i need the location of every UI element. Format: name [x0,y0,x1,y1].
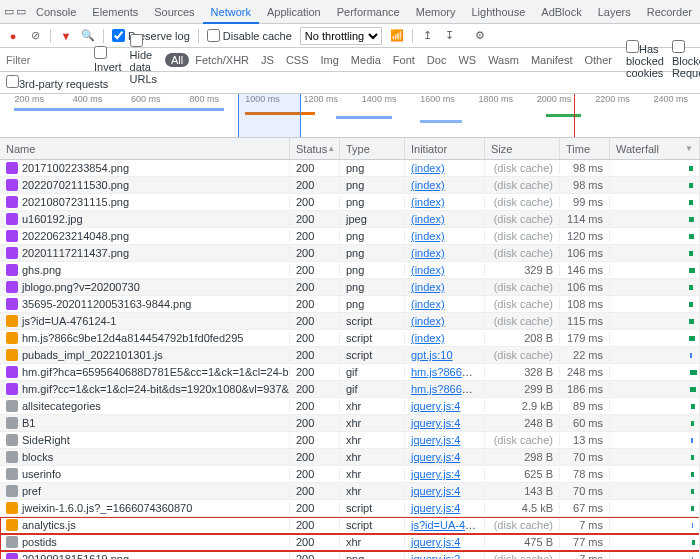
col-name[interactable]: Name [0,138,290,159]
col-initiator[interactable]: Initiator [405,138,485,159]
col-waterfall[interactable]: Waterfall▼ [610,138,700,159]
third-party-checkbox[interactable]: 3rd-party requests [6,75,108,90]
filter-icon[interactable]: ▼ [59,29,73,43]
network-row[interactable]: 20171002233854.png200png(index)(disk cac… [0,160,700,177]
col-time[interactable]: Time [560,138,610,159]
type-filter-css[interactable]: CSS [280,53,315,67]
type-filter-img[interactable]: Img [315,53,345,67]
overview-timeline[interactable]: 200 ms400 ms600 ms800 ms1000 ms1200 ms14… [0,94,700,138]
request-initiator[interactable]: jquery.js:4 [405,400,485,412]
network-row[interactable]: hm.gif?cc=1&ck=1&cl=24-bit&ds=1920x1080&… [0,381,700,398]
network-row[interactable]: pref200xhrjquery.js:4143 B70 ms [0,483,700,500]
type-filter-doc[interactable]: Doc [421,53,453,67]
tab-performance[interactable]: Performance [329,2,408,22]
network-row[interactable]: SideRight200xhrjquery.js:4(disk cache)13… [0,432,700,449]
network-row[interactable]: B1200xhrjquery.js:4248 B60 ms [0,415,700,432]
network-grid-body[interactable]: 20171002233854.png200png(index)(disk cac… [0,160,700,559]
type-filter-other[interactable]: Other [578,53,618,67]
request-time: 89 ms [560,400,610,412]
network-row[interactable]: jblogo.png?v=20200730200png(index)(disk … [0,279,700,296]
request-initiator[interactable]: (index) [405,247,485,259]
request-initiator[interactable]: (index) [405,332,485,344]
request-initiator[interactable]: jquery.js:4 [405,417,485,429]
network-row[interactable]: 20201117211437.png200png(index)(disk cac… [0,245,700,262]
tab-memory[interactable]: Memory [408,2,464,22]
request-initiator[interactable]: (index) [405,213,485,225]
request-initiator[interactable]: jquery.js:4 [405,434,485,446]
network-row[interactable]: js?id=UA-476124-1200script(index)(disk c… [0,313,700,330]
tab-application[interactable]: Application [259,2,329,22]
request-initiator[interactable]: (index) [405,281,485,293]
col-type[interactable]: Type [340,138,405,159]
download-icon[interactable]: ↧ [443,29,457,43]
tab-console[interactable]: Console [28,2,84,22]
type-filter-js[interactable]: JS [255,53,280,67]
upload-icon[interactable]: ↥ [421,29,435,43]
network-row[interactable]: hm.gif?hca=6595640688D781E5&cc=1&ck=1&cl… [0,364,700,381]
col-status[interactable]: Status▲ [290,138,340,159]
disable-cache-checkbox[interactable]: Disable cache [207,29,292,42]
request-initiator[interactable]: (index) [405,162,485,174]
type-filter-all[interactable]: All [165,53,189,67]
col-size[interactable]: Size [485,138,560,159]
request-initiator[interactable]: hm.js?866c9be... [405,366,485,378]
network-row[interactable]: 20210807231115.png200png(index)(disk cac… [0,194,700,211]
request-initiator[interactable]: (index) [405,196,485,208]
network-row[interactable]: analytics.js200scriptjs?id=UA-47612...(d… [0,517,700,534]
network-row[interactable]: blocks200xhrjquery.js:4298 B70 ms [0,449,700,466]
network-row[interactable]: userinfo200xhrjquery.js:4625 B78 ms [0,466,700,483]
request-initiator[interactable]: (index) [405,298,485,310]
type-filter-ws[interactable]: WS [452,53,482,67]
tab-sources[interactable]: Sources [146,2,202,22]
network-row[interactable]: 35695-20201120053163-9844.png200png(inde… [0,296,700,313]
blocked-cookies-checkbox[interactable]: Has blocked cookies [626,40,664,79]
network-row[interactable]: 20190918151619.png200pngjquery.js:2(disk… [0,551,700,559]
request-initiator[interactable]: jquery.js:4 [405,502,485,514]
tab-recorder[interactable]: Recorder [639,2,700,22]
request-initiator[interactable]: hm.js?866c9be... [405,383,485,395]
tab-network[interactable]: Network [203,2,259,24]
wifi-icon[interactable]: 📶 [390,29,404,43]
type-filter-media[interactable]: Media [345,53,387,67]
type-filter-wasm[interactable]: Wasm [482,53,525,67]
network-row[interactable]: ghs.png200png(index)329 B146 ms [0,262,700,279]
hide-data-checkbox[interactable]: Hide data URLs [130,34,158,85]
network-row[interactable]: jweixin-1.6.0.js?_=1666074360870200scrip… [0,500,700,517]
request-initiator[interactable]: (index) [405,230,485,242]
settings-gear-icon[interactable]: ⚙ [473,29,487,43]
tab-adblock[interactable]: AdBlock [533,2,589,22]
request-initiator[interactable]: (index) [405,264,485,276]
network-row[interactable]: pubads_impl_2022101301.js200scriptgpt.js… [0,347,700,364]
blocked-requests-checkbox[interactable]: Blocked Requests [672,40,700,79]
inspect-icon[interactable]: ▭ [4,5,14,19]
filter-input[interactable] [6,54,86,66]
request-initiator[interactable]: gpt.js:10 [405,349,485,361]
request-initiator[interactable]: js?id=UA-47612... [405,519,485,531]
request-initiator[interactable]: (index) [405,315,485,327]
tab-lighthouse[interactable]: Lighthouse [463,2,533,22]
network-row[interactable]: 20220702111530.png200png(index)(disk cac… [0,177,700,194]
type-filter-font[interactable]: Font [387,53,421,67]
request-initiator[interactable]: jquery.js:2 [405,553,485,559]
throttling-select[interactable]: No throttling [300,27,382,45]
invert-checkbox[interactable]: Invert [94,46,122,73]
type-filter-fetchxhr[interactable]: Fetch/XHR [189,53,255,67]
request-initiator[interactable]: jquery.js:4 [405,536,485,548]
tab-elements[interactable]: Elements [84,2,146,22]
network-row[interactable]: 20220623214048.png200png(index)(disk cac… [0,228,700,245]
request-name: SideRight [22,434,70,446]
type-filter-manifest[interactable]: Manifest [525,53,579,67]
request-initiator[interactable]: (index) [405,179,485,191]
request-initiator[interactable]: jquery.js:4 [405,451,485,463]
tab-layers[interactable]: Layers [590,2,639,22]
request-initiator[interactable]: jquery.js:4 [405,485,485,497]
network-row[interactable]: u160192.jpg200jpeg(index)(disk cache)114… [0,211,700,228]
search-icon[interactable]: 🔍 [81,29,95,43]
record-icon[interactable]: ● [6,29,20,43]
request-initiator[interactable]: jquery.js:4 [405,468,485,480]
network-row[interactable]: postids200xhrjquery.js:4475 B77 ms [0,534,700,551]
device-icon[interactable]: ▭ [16,5,26,19]
clear-icon[interactable]: ⊘ [28,29,42,43]
network-row[interactable]: allsitecategories200xhrjquery.js:42.9 kB… [0,398,700,415]
network-row[interactable]: hm.js?866c9be12d4a814454792b1fd0fed29520… [0,330,700,347]
